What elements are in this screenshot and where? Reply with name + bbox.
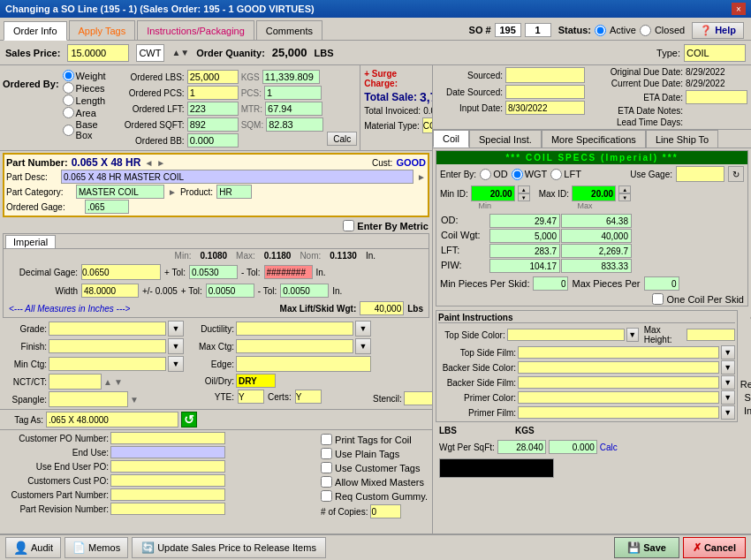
audit-bottom-button[interactable]: 👤 Audit [5, 537, 61, 558]
min-ctg-btn[interactable]: ▼ [168, 356, 184, 372]
certs-dropdown[interactable]: Y [295, 390, 322, 404]
grade-input[interactable] [49, 322, 166, 336]
grade-btn[interactable]: ▼ [168, 321, 184, 337]
end-use-input[interactable] [110, 446, 225, 458]
desc-arrow-icon[interactable]: ► [417, 172, 426, 182]
tab-instructions[interactable]: Instructions/Packaging [137, 20, 254, 40]
coil-wgt-min-input[interactable] [489, 229, 560, 243]
nct-up-icon[interactable]: ▲ [103, 377, 112, 387]
minus-tol2-input[interactable] [280, 284, 329, 298]
calc-button[interactable]: Calc [327, 132, 357, 146]
ductility-btn[interactable]: ▼ [355, 321, 371, 337]
coil-tab-more-specs[interactable]: More Specifications [542, 130, 646, 148]
use-gage-dropdown[interactable] [676, 166, 724, 182]
status-closed-radio[interactable] [640, 25, 651, 36]
nct-dropdown[interactable] [49, 374, 102, 390]
min-ctg-input[interactable] [49, 357, 166, 371]
area-radio[interactable] [63, 107, 74, 118]
backer-side-color-btn[interactable]: ▼ [721, 360, 735, 375]
cat-arrow-icon[interactable]: ► [168, 187, 177, 197]
max-pieces-input[interactable] [644, 276, 679, 291]
spangle-arrow-icon[interactable]: ▼ [130, 395, 139, 405]
finish-input[interactable] [49, 339, 166, 353]
finish-btn[interactable]: ▼ [168, 338, 184, 354]
nct-down-icon[interactable]: ▼ [114, 377, 123, 387]
plus-tol-input[interactable] [189, 265, 238, 279]
length-radio-row[interactable]: Length [63, 95, 106, 106]
ordered-gage-input[interactable] [85, 200, 129, 214]
area-radio-row[interactable]: Area [63, 107, 106, 118]
use-plain-tags-checkbox[interactable] [321, 448, 332, 459]
max-id-input[interactable] [572, 185, 616, 201]
min-id-down-btn[interactable]: ▼ [518, 193, 530, 201]
part-rev-input[interactable] [110, 503, 225, 515]
copies-dropdown[interactable]: 0 [370, 504, 401, 518]
min-id-input[interactable] [471, 185, 515, 201]
use-customer-tags-checkbox[interactable] [321, 462, 332, 473]
top-side-color-btn[interactable]: ▼ [626, 328, 639, 342]
top-side-film-input[interactable] [518, 346, 719, 359]
pieces-radio-row[interactable]: Pieces [63, 82, 106, 94]
plus-tol2-input[interactable] [206, 284, 254, 298]
max-id-up-btn[interactable]: ▲ [618, 185, 631, 193]
yte-dropdown[interactable]: Y [238, 390, 264, 404]
wgt-radio[interactable] [512, 169, 523, 180]
stencil-input[interactable] [404, 391, 433, 405]
primer-color-btn[interactable]: ▼ [721, 390, 735, 405]
tag-as-input[interactable] [46, 412, 178, 428]
min-id-up-btn[interactable]: ▲ [518, 185, 530, 193]
ductility-input[interactable] [236, 322, 353, 336]
primer-film-input[interactable] [518, 406, 719, 419]
help-button[interactable]: ❓ Help [692, 22, 744, 39]
top-side-film-btn[interactable]: ▼ [721, 345, 735, 359]
sourced-dropdown[interactable] [505, 67, 585, 83]
spangle-dropdown[interactable] [49, 391, 128, 407]
edge-dropdown[interactable] [236, 356, 371, 372]
cancel-bottom-button[interactable]: ✗ Cancel [683, 537, 746, 558]
use-plain-tags-row[interactable]: Use Plain Tags [321, 448, 428, 459]
allow-mixed-row[interactable]: Allow Mixed Masters [321, 476, 428, 488]
ordered-pcs-input[interactable] [187, 86, 239, 100]
date-sourced-input[interactable] [505, 85, 585, 99]
allow-mixed-checkbox[interactable] [321, 476, 332, 488]
use-customer-tags-row[interactable]: Use Customer Tags [321, 462, 428, 473]
backer-side-film-btn[interactable]: ▼ [721, 375, 735, 390]
tag-green-button[interactable]: ↺ [181, 412, 197, 428]
lft-radio-row[interactable]: LFT [550, 169, 581, 180]
type-dropdown[interactable]: COIL [684, 44, 746, 62]
basebox-radio-row[interactable]: Base Box [63, 119, 106, 140]
print-tags-coil-checkbox[interactable] [321, 434, 332, 445]
calc-link[interactable]: Calc [600, 443, 618, 452]
refresh-button[interactable]: ↻ [728, 166, 744, 182]
backer-side-film-input[interactable] [518, 376, 719, 389]
lft-radio[interactable] [550, 169, 562, 180]
print-tags-coil-row[interactable]: Print Tags for Coil [321, 434, 428, 445]
pieces-radio[interactable] [63, 82, 74, 94]
max-lift-input[interactable] [360, 301, 404, 315]
update-bottom-button[interactable]: 🔄 Update Sales Price to Release Items [132, 537, 326, 558]
imperial-tab[interactable]: Imperial [5, 235, 56, 248]
end-user-po-input[interactable] [110, 460, 225, 473]
price-unit-dropdown[interactable]: CWT [136, 44, 164, 62]
weight-radio[interactable] [63, 70, 74, 81]
tab-apply-tags[interactable]: Apply Tags [69, 20, 136, 40]
tab-comments[interactable]: Comments [256, 20, 322, 40]
oil-dry-input[interactable] [236, 374, 276, 388]
enter-by-metric-checkbox[interactable] [343, 220, 354, 231]
max-height-input[interactable] [687, 329, 735, 341]
primer-film-btn[interactable]: ▼ [721, 405, 735, 420]
product-input[interactable] [216, 185, 252, 199]
po-input[interactable] [110, 432, 225, 444]
wgt-radio-row[interactable]: WGT [512, 169, 548, 180]
gage-dropdown[interactable]: 0.0650 [81, 264, 161, 280]
od-radio-row[interactable]: OD [480, 169, 508, 180]
status-active-radio[interactable] [595, 25, 606, 36]
max-ctg-btn[interactable]: ▼ [355, 338, 371, 354]
minus-tol-input[interactable] [264, 265, 313, 279]
req-custom-gummy-checkbox[interactable] [321, 490, 332, 502]
part-arrow1-icon[interactable]: ◄ [144, 158, 153, 168]
ordered-lbs-input[interactable] [187, 70, 239, 84]
min-pieces-input[interactable] [533, 276, 568, 291]
od-radio[interactable] [480, 169, 491, 180]
sales-price-input[interactable] [67, 44, 129, 62]
